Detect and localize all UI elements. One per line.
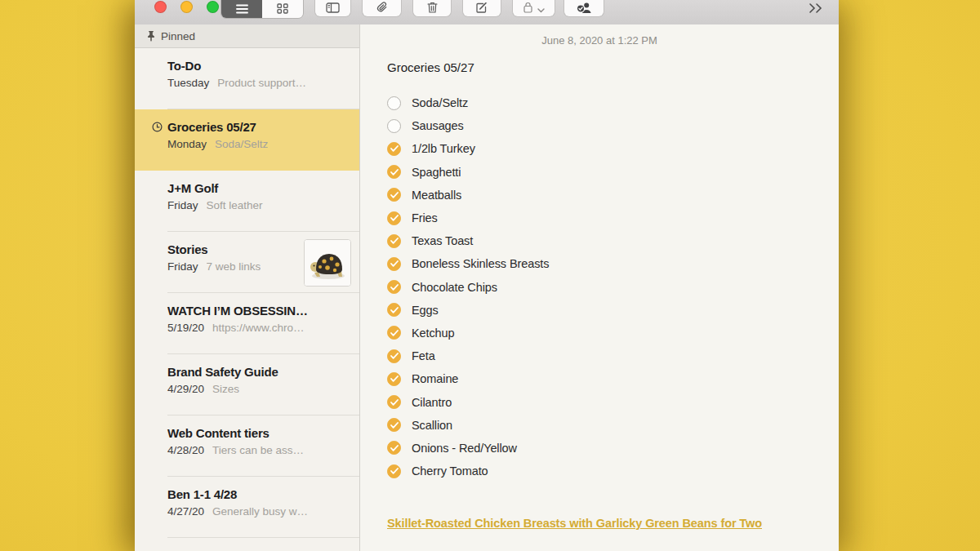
delete-button[interactable] <box>412 0 452 17</box>
checklist-item-label: Romaine <box>412 372 458 385</box>
lock-button[interactable] <box>512 0 555 17</box>
checkbox-icon[interactable] <box>387 257 401 271</box>
sidebar-note-item[interactable]: To-Do Tuesday Product support… <box>135 48 359 109</box>
checklist-item[interactable]: Texas Toast <box>387 229 814 252</box>
checkbox-icon[interactable] <box>387 395 401 409</box>
note-item-title: Groceries 05/27 <box>167 120 256 134</box>
checkbox-icon[interactable] <box>387 326 401 340</box>
checklist-item[interactable]: Soda/Seltz <box>387 91 814 114</box>
checkbox-icon[interactable] <box>387 188 401 202</box>
checkbox-icon[interactable] <box>387 165 401 179</box>
note-title: Groceries 05/27 <box>387 60 814 74</box>
note-item-preview: Product support… <box>217 77 306 89</box>
checklist-item-label: Cherry Tomato <box>412 464 488 478</box>
pin-icon <box>147 31 155 42</box>
checkbox-icon[interactable] <box>387 372 401 386</box>
note-item-title: Stories <box>167 242 207 256</box>
checklist-item[interactable]: Chocolate Chips <box>387 276 814 299</box>
note-item-date: Friday <box>167 199 198 211</box>
zoom-button[interactable] <box>207 1 219 13</box>
gallery-view-icon <box>277 3 288 14</box>
sidebar-note-item[interactable]: Ben 1-1 4/28 4/27/20 Generally busy w… <box>135 477 359 538</box>
collaborate-icon <box>577 2 592 13</box>
sidebar-note-item[interactable]: Stories Friday 7 web links <box>135 232 359 293</box>
checklist-item-label: Cilantro <box>412 396 452 409</box>
checklist-item-label: Ketchup <box>412 327 455 340</box>
note-item-preview: Tiers can be ass… <box>212 444 304 456</box>
checklist-item-label: Sausages <box>412 119 464 132</box>
checklist-item-label: Meatballs <box>412 189 461 202</box>
checkbox-icon[interactable] <box>387 303 401 317</box>
note-editor[interactable]: June 8, 2020 at 1:22 PM Groceries 05/27 … <box>359 24 839 551</box>
checklist-item[interactable]: Scallion <box>387 414 814 437</box>
notes-list: Pinned To-Do Tuesday Product support… <box>135 24 359 551</box>
recipe-link[interactable]: Skillet-Roasted Chicken Breasts with Gar… <box>387 517 762 530</box>
sidebar-note-item[interactable]: WATCH I’M OBSESSIN… 5/19/20 https://www.… <box>135 293 359 354</box>
list-view-button[interactable] <box>221 0 262 18</box>
checklist-item-label: Boneless Skinless Breasts <box>412 257 549 270</box>
note-item-title: WATCH I’M OBSESSIN… <box>167 304 308 318</box>
note-item-title: To-Do <box>167 59 201 73</box>
note-item-date: Monday <box>167 138 207 150</box>
minimize-button[interactable] <box>180 1 193 13</box>
note-item-title: J+M Golf <box>167 181 218 195</box>
close-button[interactable] <box>154 1 167 13</box>
checklist-item[interactable]: Boneless Skinless Breasts <box>387 252 814 275</box>
note-item-preview: https://www.chro… <box>212 322 305 334</box>
note-item-preview: Soda/Seltz <box>215 138 268 150</box>
list-view-icon <box>236 4 248 14</box>
sidebar-note-item[interactable]: Web Content tiers 4/28/20 Tiers can be a… <box>135 415 359 477</box>
chevron-down-icon <box>537 8 545 13</box>
checkbox-icon[interactable] <box>387 418 401 432</box>
toggle-sidebar-button[interactable] <box>314 0 351 17</box>
checklist-item[interactable]: Spaghetti <box>387 161 814 184</box>
checklist-item[interactable]: Fries <box>387 207 814 229</box>
checklist-item-label: Scallion <box>412 419 452 432</box>
attach-button[interactable] <box>362 0 402 17</box>
checklist-item-label: Eggs <box>412 304 439 317</box>
note-item-date: Friday <box>167 260 198 273</box>
sidebar-note-item[interactable]: Brand Safety Guide 4/29/20 Sizes <box>135 354 359 415</box>
checklist-item[interactable]: Romaine <box>387 367 814 390</box>
checklist-item[interactable]: Onions - Red/Yellow <box>387 437 814 460</box>
checklist-item-label: Chocolate Chips <box>412 281 497 294</box>
pinned-section-label: Pinned <box>161 30 195 42</box>
checkbox-icon[interactable] <box>387 280 401 294</box>
checkbox-icon[interactable] <box>387 211 401 225</box>
note-item-date: 4/28/20 <box>167 444 204 456</box>
checklist-item[interactable]: Eggs <box>387 299 814 322</box>
note-item-date: 4/27/20 <box>167 505 204 518</box>
note-item-date: 5/19/20 <box>167 322 204 334</box>
checklist-item[interactable]: Cilantro <box>387 390 814 413</box>
checklist-item[interactable]: Ketchup <box>387 322 814 344</box>
checklist-item[interactable]: Cherry Tomato <box>387 460 814 482</box>
checklist-item[interactable]: Meatballs <box>387 184 814 207</box>
collaborate-button[interactable] <box>564 0 604 17</box>
sidebar-note-item[interactable]: Groceries 05/27 Monday Soda/Seltz <box>135 109 359 171</box>
new-note-button[interactable] <box>462 0 501 17</box>
checkbox-icon[interactable] <box>387 142 401 156</box>
checklist-item[interactable]: 1/2lb Turkey <box>387 137 814 160</box>
checkbox-icon[interactable] <box>387 464 401 478</box>
note-item-date: 4/29/20 <box>167 383 204 395</box>
checkbox-icon[interactable] <box>387 441 401 455</box>
checkbox-icon[interactable] <box>387 119 401 133</box>
checklist-item-label: Texas Toast <box>412 234 473 247</box>
note-item-preview: Sizes <box>212 383 239 395</box>
checklist-item[interactable]: Feta <box>387 344 814 367</box>
checklist-item[interactable]: Sausages <box>387 114 814 137</box>
toolbar <box>135 0 839 25</box>
double-chevron-icon <box>808 2 824 14</box>
pinned-section-header: Pinned <box>135 24 359 48</box>
clock-icon <box>152 122 163 132</box>
checklist-item-label: Soda/Seltz <box>412 96 468 109</box>
gallery-view-button[interactable] <box>262 0 303 18</box>
checklist-item-label: Onions - Red/Yellow <box>412 442 517 455</box>
sidebar-note-item[interactable]: J+M Golf Friday Soft leather <box>135 171 359 232</box>
note-item-title: Brand Safety Guide <box>167 365 278 379</box>
toolbar-overflow-button[interactable] <box>808 2 824 17</box>
checkbox-icon[interactable] <box>387 96 401 110</box>
trash-icon <box>427 2 438 13</box>
checkbox-icon[interactable] <box>387 234 401 248</box>
checkbox-icon[interactable] <box>387 349 401 363</box>
